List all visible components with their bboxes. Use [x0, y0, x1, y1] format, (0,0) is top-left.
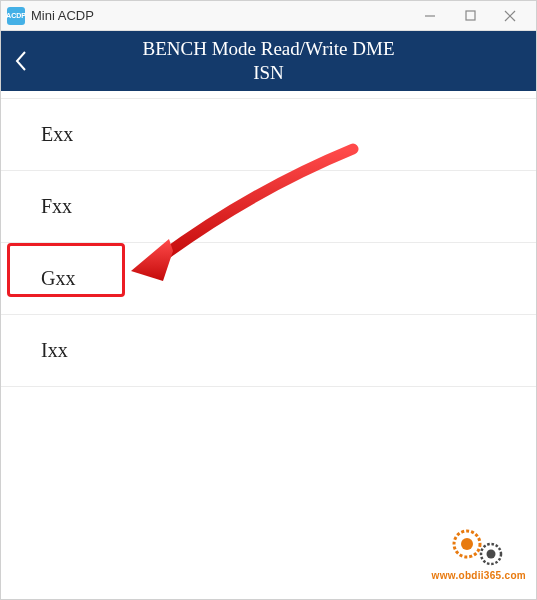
app-header: BENCH Mode Read/Write DME ISN: [1, 31, 536, 91]
window-titlebar: ACDP Mini ACDP: [1, 1, 536, 31]
watermark-url: www.obdii365.com: [432, 570, 526, 581]
list-spacer: [1, 91, 536, 99]
svg-point-5: [461, 538, 473, 550]
watermark: www.obdii365.com: [432, 526, 526, 581]
minimize-button[interactable]: [410, 2, 450, 30]
list-item-exx[interactable]: Exx: [1, 99, 536, 171]
svg-rect-1: [466, 11, 475, 20]
window-title: Mini ACDP: [31, 8, 410, 23]
content-list: Exx Fxx Gxx Ixx: [1, 91, 536, 387]
close-button[interactable]: [490, 2, 530, 30]
back-button[interactable]: [1, 31, 41, 91]
list-item-label: Exx: [41, 123, 73, 146]
page-title-line1: BENCH Mode Read/Write DME: [142, 38, 394, 59]
svg-point-7: [486, 550, 495, 559]
list-item-gxx[interactable]: Gxx: [1, 243, 536, 315]
maximize-button[interactable]: [450, 2, 490, 30]
list-item-label: Ixx: [41, 339, 68, 362]
page-title: BENCH Mode Read/Write DME ISN: [142, 37, 394, 85]
watermark-logo-icon: [449, 526, 509, 568]
list-item-label: Fxx: [41, 195, 72, 218]
list-item-label: Gxx: [41, 267, 75, 290]
app-icon: ACDP: [7, 7, 25, 25]
page-title-line2: ISN: [253, 62, 284, 83]
list-item-ixx[interactable]: Ixx: [1, 315, 536, 387]
list-item-fxx[interactable]: Fxx: [1, 171, 536, 243]
